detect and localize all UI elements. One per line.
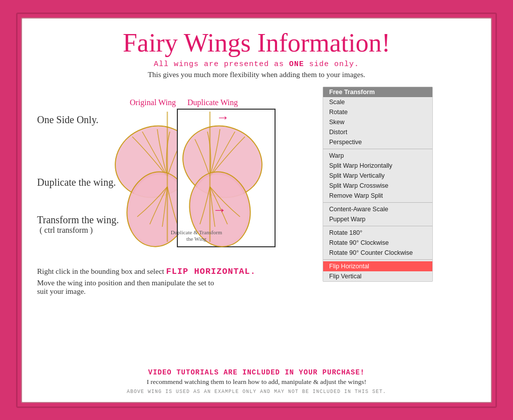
move-instruction: Move the wing into position and then man… — [37, 279, 318, 296]
subtitle: All wings are presented as ONE side only… — [154, 60, 359, 69]
flip-instruction: Right click in the bounding box and sele… — [37, 267, 318, 276]
menu-item-free-transform[interactable]: Free Transform — [323, 87, 432, 97]
menu-item-distort[interactable]: Distort — [323, 127, 432, 137]
svg-text:the Wing: the Wing — [186, 236, 206, 242]
menu-divider — [323, 202, 432, 203]
menu-item-scale[interactable]: Scale — [323, 97, 432, 107]
arrow-right-icon: → — [212, 202, 226, 217]
menu-item-flip-vertical[interactable]: Flip Vertical — [323, 271, 432, 281]
wings-illustration: → Duplicate & Transform the Wing — [97, 107, 283, 257]
wing-duplicate-label: Duplicate Wing — [187, 98, 238, 107]
arrow-to-menu-icon: → — [216, 110, 229, 125]
menu-divider — [323, 259, 432, 260]
footer-note: ABOVE WING IS USED AS AN EXAMPLE ONLY AN… — [37, 389, 476, 394]
menu-item-rotate-90--counter-clockwise[interactable]: Rotate 90° Counter Clockwise — [323, 248, 432, 258]
label-one-side: One Side Only. — [37, 114, 99, 126]
menu-item-flip-horizontal[interactable]: Flip Horizontal — [323, 261, 432, 271]
context-menu: Free TransformScaleRotateSkewDistortPers… — [323, 87, 433, 282]
menu-item-rotate-180-[interactable]: Rotate 180° — [323, 228, 432, 238]
menu-item-content-aware-scale[interactable]: Content-Aware Scale — [323, 204, 432, 214]
bottom-section: VIDEO TUTORIALS ARE INCLUDED IN YOUR PUR… — [37, 368, 476, 394]
left-panel: One Side Only. Duplicate the wing. Trans… — [37, 84, 318, 366]
page-title: Fairy Wings Information! — [123, 29, 390, 57]
outer-frame: Fairy Wings Information! All wings are p… — [16, 13, 497, 408]
video-tutorials-label: VIDEO TUTORIALS ARE INCLUDED IN YOUR PUR… — [37, 368, 476, 376]
menu-item-split-warp-crosswise[interactable]: Split Warp Crosswise — [323, 181, 432, 191]
menu-item-warp[interactable]: Warp — [323, 151, 432, 161]
description: This gives you much more flexibility whe… — [148, 71, 365, 79]
wing-original-label: Original Wing — [130, 98, 176, 107]
recommend-label: I recommend watching them to learn how t… — [37, 378, 476, 386]
menu-divider — [323, 226, 432, 226]
right-panel: Free TransformScaleRotateSkewDistortPers… — [318, 84, 476, 366]
menu-item-puppet-warp[interactable]: Puppet Warp — [323, 214, 432, 224]
flip-highlight: FLIP HORIZONTAL. — [166, 267, 255, 276]
main-content: One Side Only. Duplicate the wing. Trans… — [37, 84, 476, 366]
inner-card: Fairy Wings Information! All wings are p… — [21, 18, 492, 403]
menu-divider — [323, 149, 432, 149]
menu-item-rotate-90--clockwise[interactable]: Rotate 90° Clockwise — [323, 238, 432, 248]
menu-item-split-warp-horizontally[interactable]: Split Warp Horizontally — [323, 161, 432, 171]
duplicate-transform-label: Duplicate & Transform — [171, 229, 222, 235]
menu-item-rotate[interactable]: Rotate — [323, 107, 432, 117]
menu-item-skew[interactable]: Skew — [323, 117, 432, 127]
menu-item-remove-warp-split[interactable]: Remove Warp Split — [323, 191, 432, 201]
menu-item-perspective[interactable]: Perspective — [323, 137, 432, 147]
menu-item-split-warp-vertically[interactable]: Split Warp Vertically — [323, 171, 432, 181]
